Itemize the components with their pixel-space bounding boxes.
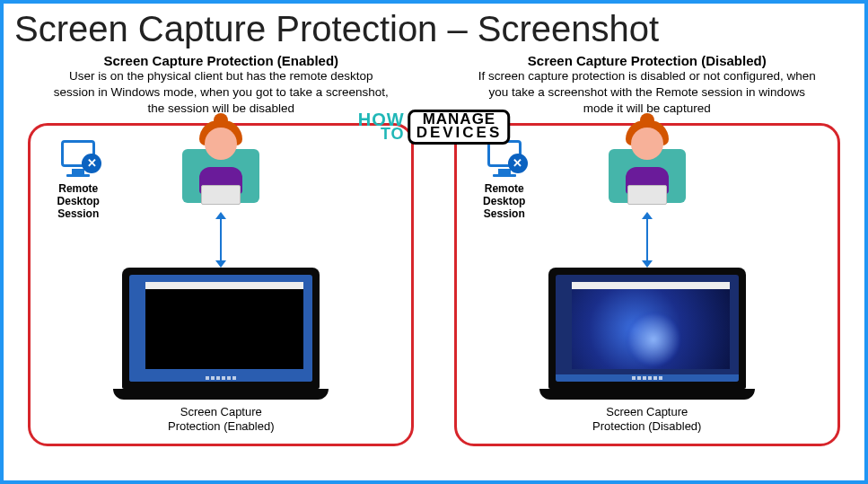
user-avatar-icon [182,131,259,203]
remote-desktop-session-block: ✕ Remote Desktop Session [473,140,536,221]
remote-desktop-session-block: ✕ Remote Desktop Session [47,140,110,221]
watermark-devices: DEVICES [416,127,503,140]
monitor-stand-icon [72,169,84,174]
laptop-display-captured [556,275,739,382]
laptop-caption-line1: Screen Capture [113,405,329,419]
rds-label-line1: Remote [47,182,110,195]
monitor-icon: ✕ [61,140,95,167]
monitor-base-icon [493,174,516,177]
laptop-caption-enabled: Screen Capture Protection (Enabled) [113,405,329,435]
enabled-panel: ✕ Remote Desktop Session [28,123,414,446]
monitor-stand-icon [498,169,511,174]
watermark-box: MANAGE DEVICES [408,110,511,145]
watermark-logo: HOW TO MANAGE DEVICES [358,110,511,145]
rds-label: Remote Desktop Session [473,182,536,221]
page-title: Screen Capture Protection – Screenshot [4,4,864,53]
rds-label-line2: Desktop [473,195,536,207]
laptop-caption-line2: Protection (Disabled) [539,419,755,434]
rds-label-line2: Desktop [47,195,110,207]
laptop-enabled: Screen Capture Protection (Enabled) [113,268,329,435]
disabled-panel: ✕ Remote Desktop Session [454,123,840,446]
remote-window-black-icon [145,282,303,369]
rds-label-line1: Remote [473,182,536,195]
bidirectional-arrow-icon [220,217,222,262]
laptop-caption-line1: Screen Capture [539,405,755,419]
remote-window-wallpaper-icon [572,282,730,369]
laptop-caption-line2: Protection (Enabled) [113,419,329,434]
rds-label-line3: Session [47,207,110,220]
windows-bloom-icon [627,312,680,366]
laptop-caption-disabled: Screen Capture Protection (Disabled) [539,405,755,435]
taskbar-icon [129,374,312,382]
disabled-heading: Screen Capture Protection (Disabled) [528,53,767,68]
disabled-description: If screen capture protection is disabled… [477,68,818,118]
bidirectional-arrow-icon [646,217,648,262]
rds-label-line3: Session [473,207,536,220]
laptop-disabled: Screen Capture Protection (Disabled) [539,268,755,435]
taskbar-icon [556,374,739,382]
remote-connection-badge-icon: ✕ [82,154,101,173]
user-avatar-icon [609,131,686,203]
enabled-heading: Screen Capture Protection (Enabled) [103,53,338,68]
watermark-to: TO [358,128,405,141]
laptop-display-blocked [129,275,312,382]
remote-connection-badge-icon: ✕ [508,154,528,173]
rds-label: Remote Desktop Session [47,182,110,221]
enabled-description: User is on the physical client but has t… [50,68,391,118]
monitor-base-icon [66,174,90,177]
